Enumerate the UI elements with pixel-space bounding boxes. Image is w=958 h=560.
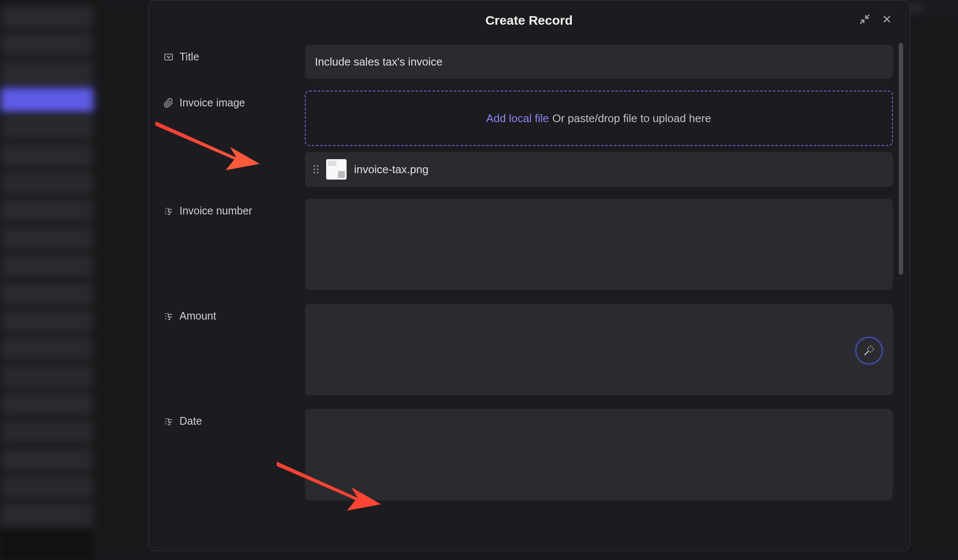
modal-body: Title Invoice image Add local file bbox=[149, 40, 910, 514]
minimize-button[interactable] bbox=[859, 13, 871, 25]
invoice-image-label-text: Invoice image bbox=[180, 97, 245, 109]
ai-suggest-button[interactable] bbox=[855, 337, 883, 364]
magic-wand-icon bbox=[863, 345, 875, 357]
field-label-invoice-image: Invoice image bbox=[163, 91, 305, 109]
field-row-date: Date bbox=[163, 409, 893, 502]
invoice-number-input[interactable] bbox=[305, 199, 893, 290]
attachment-icon bbox=[163, 98, 174, 108]
add-local-file-link[interactable]: Add local file bbox=[486, 112, 549, 125]
field-label-title: Title bbox=[163, 45, 305, 63]
amount-input[interactable] bbox=[305, 304, 893, 395]
long-text-icon bbox=[163, 416, 174, 426]
field-label-date: Date bbox=[163, 409, 305, 427]
field-row-amount: Amount bbox=[163, 304, 893, 397]
field-label-amount: Amount bbox=[163, 304, 305, 322]
modal-header-actions bbox=[859, 13, 893, 25]
modal-overlay: Create Record bbox=[0, 0, 958, 560]
date-label-text: Date bbox=[180, 415, 202, 427]
text-field-icon bbox=[163, 52, 174, 62]
invoice-number-label-text: Invoice number bbox=[180, 205, 252, 217]
modal-title: Create Record bbox=[485, 13, 573, 28]
field-row-title: Title bbox=[163, 45, 893, 79]
minimize-icon bbox=[859, 13, 871, 25]
close-icon bbox=[881, 13, 893, 25]
field-row-invoice-image: Invoice image Add local file Or paste/dr… bbox=[163, 91, 893, 187]
long-text-icon bbox=[163, 206, 174, 216]
long-text-icon bbox=[163, 311, 174, 321]
drag-handle-icon[interactable] bbox=[313, 165, 318, 174]
dropzone-hint-text: Or paste/drop file to upload here bbox=[552, 112, 711, 125]
title-label-text: Title bbox=[180, 51, 199, 63]
file-thumbnail bbox=[326, 159, 347, 180]
field-row-invoice-number: Invoice number bbox=[163, 199, 893, 292]
amount-label-text: Amount bbox=[180, 310, 216, 322]
uploaded-file-name: invoice-tax.png bbox=[354, 163, 429, 176]
file-dropzone[interactable]: Add local file Or paste/drop file to upl… bbox=[305, 91, 893, 146]
title-input[interactable] bbox=[305, 45, 893, 79]
close-button[interactable] bbox=[881, 13, 893, 25]
create-record-modal: Create Record bbox=[148, 0, 910, 551]
field-label-invoice-number: Invoice number bbox=[163, 199, 305, 217]
date-input[interactable] bbox=[305, 409, 893, 500]
uploaded-file-item[interactable]: invoice-tax.png bbox=[305, 152, 893, 187]
modal-header: Create Record bbox=[149, 0, 910, 40]
scrollbar[interactable] bbox=[899, 43, 903, 275]
